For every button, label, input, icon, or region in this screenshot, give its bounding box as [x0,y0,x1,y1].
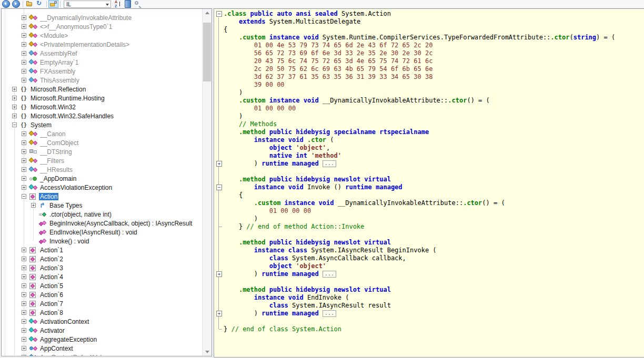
expand-icon[interactable]: + [22,176,26,181]
code-token: EndInvoke ( [304,294,349,301]
tree-item-invoke-void[interactable]: Invoke() : void [2,237,203,246]
expand-icon[interactable]: + [22,328,26,333]
tree-item-module[interactable]: +<Module> [2,31,203,40]
tree-item-microsoft-win32-safehandles[interactable]: +Microsoft.Win32.SafeHandles [2,111,203,120]
tree-item-hresults[interactable]: +__HResults [2,165,203,174]
fold-region-end-mark [219,227,222,227]
tree-item-privateimplementationdetails[interactable]: +<PrivateImplementationDetails> [2,40,203,49]
tree-item-appcontext[interactable]: +AppContext [2,344,203,353]
expand-icon[interactable]: + [22,274,26,279]
tree-item-system[interactable]: −System [2,120,203,129]
expand-icon[interactable]: + [22,283,26,288]
back-button[interactable] [1,0,11,8]
scroll-down-button[interactable] [203,348,212,356]
tree-item-ctor-object-native-int[interactable]: .ctor(object, native int) [2,210,203,219]
expand-icon[interactable]: + [22,158,26,163]
language-select[interactable]: IL [64,1,111,8]
fold-collapse-button[interactable]: − [216,185,222,190]
expand-icon[interactable]: + [22,337,26,342]
tree-item-activationcontext[interactable]: +ActivationContext [2,317,203,326]
fold-collapse-button[interactable]: − [216,11,222,17]
collapse-icon[interactable]: − [12,122,17,127]
tree-item-accessviolationexception[interactable]: +AccessViolationException [2,183,203,192]
expand-icon[interactable]: + [22,355,26,356]
tree-item-canon[interactable]: +__Canon [2,129,203,138]
expand-icon[interactable]: + [12,114,17,118]
scroll-up-button[interactable] [203,9,212,17]
expand-icon[interactable]: + [22,78,26,83]
tree-item-action-8[interactable]: +Action`8 [2,308,203,317]
fold-expand-button[interactable]: + [216,311,222,316]
tree-item-microsoft-win32[interactable]: +Microsoft.Win32 [2,103,203,111]
tree-scrollbar[interactable] [202,9,212,356]
tree-item-microsoft-runtime-hosting[interactable]: +Microsoft.Runtime.Hosting [2,94,203,103]
open-file-button[interactable] [25,0,35,8]
expand-icon[interactable]: + [22,69,26,74]
expand-icon[interactable]: + [22,131,26,136]
tree-item-emptyarray-1[interactable]: +EmptyArray`1 [2,58,203,67]
tree-item-action-3[interactable]: +Action`3 [2,263,203,272]
tree-item-dynamicallyinvokableattribute[interactable]: +__DynamicallyInvokableAttribute [2,13,203,22]
expand-icon[interactable]: + [12,105,17,109]
collapsed-region-indicator[interactable]: ... [323,271,336,278]
expand-icon[interactable]: + [22,149,26,154]
expand-icon[interactable]: + [22,15,26,20]
expand-icon[interactable]: + [22,346,26,351]
tree-item-activator[interactable]: +Activator [2,326,203,335]
tree-item-microsoft-reflection[interactable]: +Microsoft.Reflection [2,85,203,94]
tree-item-action-4[interactable]: +Action`4 [2,272,203,281]
tree-item-fxassembly[interactable]: +FXAssembly [2,67,203,76]
expand-icon[interactable]: + [31,203,36,208]
expand-icon[interactable]: + [12,96,17,100]
tree-item-base-types[interactable]: +Base Types [2,201,203,210]
tree-item-action-6[interactable]: +Action`6 [2,290,203,299]
code-token: .ctor [307,136,326,144]
expand-icon[interactable]: + [22,301,26,306]
expand-icon[interactable]: + [22,292,26,297]
expand-icon[interactable]: + [22,310,26,315]
expand-icon[interactable]: + [22,51,26,56]
search-button[interactable] [133,0,143,8]
expand-icon[interactable]: + [22,167,26,172]
tree-item-action-1[interactable]: +Action`1 [2,246,203,254]
tree-item-filters[interactable]: +__Filters [2,156,203,165]
code-line: native int 'method' [224,152,644,160]
code-line: ) runtime managed ... [224,310,644,318]
fold-expand-button[interactable]: + [216,161,222,167]
forward-button[interactable] [11,0,21,8]
tree-item-action-2[interactable]: +Action`2 [2,254,203,263]
expand-icon[interactable]: + [22,24,26,29]
tree-item-f-anonymoustype0-1[interactable]: +<>f__AnonymousType0`1 [2,22,203,31]
refresh-button[interactable] [35,0,45,8]
expand-icon[interactable]: + [22,248,26,252]
collapse-icon[interactable]: − [22,194,26,199]
tree-item-action[interactable]: −Action [2,192,203,201]
tree-item-appcontextdefaultvalues[interactable]: +AppContextDefaultValues [2,353,203,356]
show-internal-api-toggle[interactable] [48,0,58,8]
collapsed-region-indicator[interactable]: ... [323,310,336,317]
tree-item-action-7[interactable]: +Action`7 [2,299,203,308]
tree-item-comobject[interactable]: +__ComObject [2,138,203,147]
collapsed-region-indicator[interactable]: ... [323,160,336,167]
tree-item-endinvoke-iasyncresult-void[interactable]: EndInvoke(IAsyncResult) : void [2,228,203,237]
expand-icon[interactable]: + [22,185,26,190]
assembly-list-button[interactable] [123,0,133,8]
tree-item-appdomain[interactable]: +_AppDomain [2,174,203,183]
sort-assemblies-button[interactable] [113,0,123,8]
expand-icon[interactable]: + [22,265,26,270]
scrollbar-thumb[interactable] [203,23,211,81]
fold-expand-button[interactable]: + [216,271,222,277]
tree-item-begininvoke-asynccallback-object-iasyncresult[interactable]: BeginInvoke(AsyncCallback, object) : IAs… [2,219,203,228]
tree-item-thisassembly[interactable]: +ThisAssembly [2,76,203,85]
expand-icon[interactable]: + [22,60,26,65]
expand-icon[interactable]: + [22,33,26,38]
expand-icon[interactable]: + [22,257,26,261]
expand-icon[interactable]: + [22,42,26,47]
expand-icon[interactable]: + [12,87,17,91]
expand-icon[interactable]: + [22,140,26,145]
tree-item-aggregateexception[interactable]: +AggregateException [2,335,203,344]
tree-item-action-5[interactable]: +Action`5 [2,281,203,290]
tree-item-assemblyref[interactable]: +AssemblyRef [2,49,203,58]
tree-item-dtstring[interactable]: +__DTString [2,147,203,156]
expand-icon[interactable]: + [22,319,26,324]
